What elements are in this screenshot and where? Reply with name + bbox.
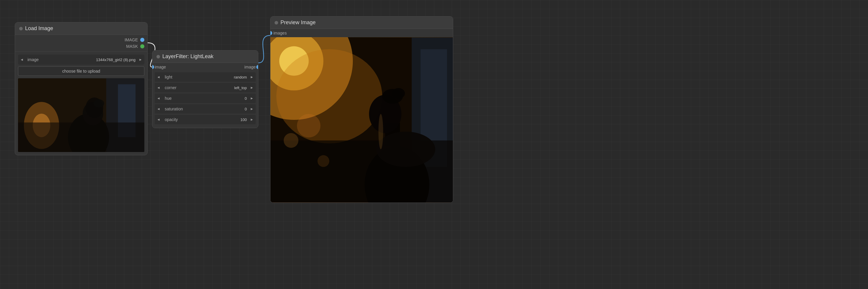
- preview-large-image: [271, 37, 453, 202]
- load-image-node: Load Image IMAGE MASK ◄ image 1344x768_g…: [15, 22, 148, 155]
- corner-value: left_top: [234, 86, 248, 90]
- image-selector-row[interactable]: ◄ image 1344x768_girl2 (8).png ►: [18, 55, 144, 65]
- hue-prev[interactable]: ◄: [155, 94, 162, 103]
- image-ctrl-value: 1344x768_girl2 (8).png: [82, 58, 137, 62]
- saturation-value: 0: [245, 107, 248, 111]
- preview-large-bg: [271, 37, 453, 202]
- preview-node-dot: [275, 21, 278, 25]
- opacity-next[interactable]: ►: [248, 115, 256, 124]
- svg-point-26: [317, 155, 329, 167]
- hue-value: 0: [245, 96, 248, 101]
- image-ctrl-label: image: [26, 57, 82, 62]
- filter-params: ◄ light random ► ◄ corner left_top ► ◄ h…: [152, 70, 258, 128]
- light-next[interactable]: ►: [248, 72, 256, 82]
- saturation-next[interactable]: ►: [248, 104, 256, 114]
- images-port-label: images: [273, 31, 287, 35]
- light-prev[interactable]: ◄: [155, 72, 162, 82]
- corner-param-row[interactable]: ◄ corner left_top ►: [155, 83, 256, 92]
- svg-point-27: [378, 114, 383, 149]
- hue-label: hue: [162, 96, 245, 101]
- opacity-prev[interactable]: ◄: [155, 115, 162, 124]
- mask-output-connector[interactable]: [140, 44, 144, 49]
- svg-point-14: [276, 49, 382, 143]
- hue-param-row[interactable]: ◄ hue 0 ►: [155, 94, 256, 103]
- layer-filter-header: LayerFilter: LightLeak: [152, 51, 258, 63]
- corner-prev[interactable]: ◄: [155, 83, 162, 92]
- image-input-port-row: image image: [155, 65, 256, 69]
- images-input-connector[interactable]: [270, 31, 272, 35]
- saturation-label: saturation: [162, 106, 245, 111]
- load-image-header: Load Image: [15, 23, 147, 35]
- svg-point-23: [376, 132, 435, 167]
- saturation-prev[interactable]: ◄: [155, 104, 162, 114]
- layer-filter-node: LayerFilter: LightLeak image image ◄ lig…: [152, 50, 258, 128]
- corner-label: corner: [162, 85, 234, 90]
- image-input-label: image: [155, 65, 244, 69]
- svg-point-22: [392, 88, 405, 99]
- preview-image-load: [18, 78, 144, 152]
- svg-point-9: [94, 99, 104, 107]
- saturation-param-row[interactable]: ◄ saturation 0 ►: [155, 104, 256, 114]
- image-output-label2: image: [244, 65, 256, 69]
- mask-output-row: MASK: [15, 43, 147, 50]
- image-preview-area: [18, 78, 144, 152]
- opacity-label: opacity: [162, 117, 240, 122]
- mask-output-label: MASK: [126, 44, 138, 49]
- corner-next[interactable]: ►: [248, 83, 256, 92]
- load-image-controls: ◄ image 1344x768_girl2 (8).png ► choose …: [15, 52, 147, 155]
- light-label: light: [162, 75, 234, 79]
- images-port-row: images: [271, 29, 453, 37]
- image-output-connector[interactable]: [140, 38, 144, 42]
- load-image-title: Load Image: [25, 25, 53, 32]
- image-input-connector[interactable]: [152, 65, 154, 69]
- layer-filter-io-row: image image: [152, 63, 258, 70]
- upload-button[interactable]: choose file to upload: [18, 66, 144, 76]
- image-output-row: IMAGE: [15, 37, 147, 43]
- load-image-outputs: IMAGE MASK: [15, 35, 147, 52]
- svg-point-24: [297, 114, 321, 137]
- preview-svg: [18, 78, 144, 152]
- preview-image-title: Preview Image: [280, 20, 316, 26]
- node-status-dot: [19, 27, 23, 30]
- hue-next[interactable]: ►: [248, 94, 256, 103]
- image-output-connector2[interactable]: [256, 65, 258, 69]
- light-param-row[interactable]: ◄ light random ►: [155, 72, 256, 82]
- light-value: random: [234, 75, 248, 79]
- preview-image-header: Preview Image: [271, 17, 453, 29]
- preview-image-node: Preview Image images: [270, 16, 453, 203]
- preview-large-svg: [271, 37, 453, 202]
- svg-point-25: [284, 133, 299, 148]
- layer-filter-dot: [156, 55, 160, 59]
- layer-filter-title: LayerFilter: LightLeak: [162, 54, 213, 60]
- image-next-arrow[interactable]: ►: [137, 55, 144, 65]
- opacity-param-row[interactable]: ◄ opacity 100 ►: [155, 115, 256, 124]
- image-output-label: IMAGE: [125, 37, 138, 42]
- opacity-value: 100: [240, 118, 248, 122]
- image-prev-arrow[interactable]: ◄: [18, 55, 26, 65]
